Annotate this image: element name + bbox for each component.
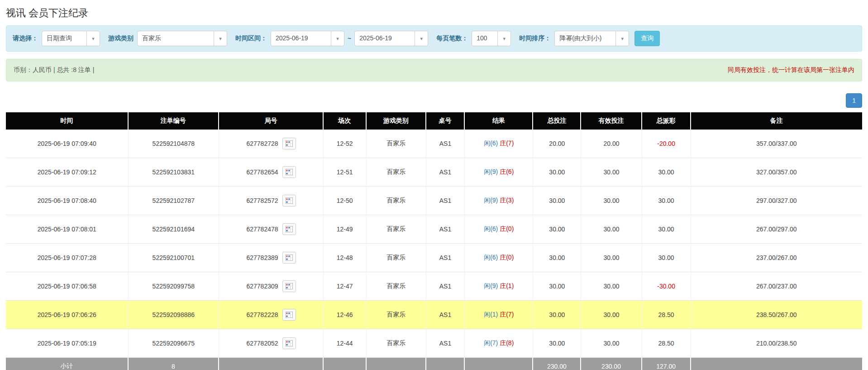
result-player: 闲(6) [484, 139, 498, 147]
cell-round-id: 627782052 [219, 329, 324, 358]
search-button[interactable]: 查询 [634, 31, 660, 46]
cell-total-bet[interactable]: 30.00 [533, 158, 581, 187]
cell-valid-bet: 30.00 [581, 158, 642, 187]
cell-time: 2025-06-19 07:08:01 [6, 215, 129, 244]
cell-result: 闲(6) 庄(0) [465, 244, 533, 272]
date-to-caret-button[interactable]: ▾ [415, 31, 428, 46]
page-size-select[interactable]: 100 ▾ [472, 31, 511, 46]
query-type-select[interactable]: 日期查询 ▾ [42, 31, 100, 46]
cell-game-type: 百家乐 [367, 187, 426, 215]
roadmap-button[interactable] [282, 138, 296, 149]
cell-session: 12-46 [324, 301, 367, 329]
cell-payout: 30.00 [642, 158, 691, 187]
game-type-caret-button[interactable]: ▾ [214, 31, 227, 46]
date-from-caret-button[interactable]: ▾ [331, 31, 344, 46]
cell-valid-bet: 30.00 [581, 215, 642, 244]
cell-total-bet[interactable]: 30.00 [533, 215, 581, 244]
header-game-type: 游戏类别 [367, 112, 426, 130]
round-id-wrap: 627782728 [246, 138, 296, 149]
game-type-select[interactable]: 百家乐 ▾ [137, 31, 227, 46]
roadmap-icon [286, 340, 293, 346]
cell-bet-id: 522592100701 [129, 244, 219, 272]
cell-remark: 267.00/297.00 [691, 215, 862, 244]
cell-round-id: 627782309 [219, 272, 324, 301]
cell-bet-id: 522592103831 [129, 158, 219, 187]
cell-time: 2025-06-19 07:05:19 [6, 329, 129, 358]
cell-total-bet[interactable]: 30.00 [533, 272, 581, 301]
roadmap-button[interactable] [282, 309, 296, 321]
header-table-no: 桌号 [426, 112, 465, 130]
cell-bet-id: 522592098886 [129, 301, 219, 329]
result-player: 闲(7) [484, 339, 498, 346]
header-valid-bet: 有效投注 [581, 112, 642, 130]
round-id-wrap: 627782052 [246, 337, 296, 349]
header-remark: 备注 [691, 112, 862, 130]
empty-cell [426, 358, 465, 370]
header-payout: 总派彩 [642, 112, 691, 130]
cell-round-id: 627782478 [219, 215, 324, 244]
result-banker: 庄(6) [500, 168, 514, 175]
range-separator: ~ [348, 35, 351, 42]
page-size-caret-button[interactable]: ▾ [497, 31, 511, 46]
cell-table-no: AS1 [426, 244, 465, 272]
date-from-select[interactable]: 2025-06-19 ▾ [271, 31, 344, 46]
cell-game-type: 百家乐 [367, 215, 426, 244]
cell-total-bet[interactable]: 30.00 [533, 301, 581, 329]
table-row: 2025-06-19 07:05:19 522592096675 6277820… [6, 329, 862, 358]
date-to-select[interactable]: 2025-06-19 ▾ [354, 31, 428, 46]
roadmap-icon [286, 197, 293, 204]
cell-total-bet[interactable]: 30.00 [533, 187, 581, 215]
sort-select[interactable]: 降幂(由大到小) ▾ [554, 31, 629, 46]
empty-cell [367, 358, 426, 370]
pagination: 1 [6, 93, 862, 108]
subtotal-label: 小计 [6, 358, 129, 370]
cell-table-no: AS1 [426, 329, 465, 358]
roadmap-button[interactable] [282, 337, 296, 349]
round-id: 627782728 [246, 140, 278, 147]
roadmap-button[interactable] [282, 280, 296, 292]
bet-records-table: 时间 注单编号 局号 场次 游戏类别 桌号 结果 总投注 有效投注 总派彩 备注… [6, 112, 862, 370]
roadmap-button[interactable] [282, 252, 296, 264]
cell-remark: 237.00/267.00 [691, 244, 862, 272]
subtotal-valid-bet: 230.00 [581, 358, 642, 370]
empty-cell [324, 358, 367, 370]
table-row: 2025-06-19 07:09:12 522592103831 6277826… [6, 158, 862, 187]
query-type-caret-button[interactable]: ▾ [86, 31, 100, 46]
subtotal-count: 8 [129, 358, 219, 370]
cell-total-bet[interactable]: 20.00 [533, 130, 581, 158]
table-row: 2025-06-19 07:08:40 522592102787 6277825… [6, 187, 862, 215]
cell-time: 2025-06-19 07:07:28 [6, 244, 129, 272]
cell-round-id: 627782572 [219, 187, 324, 215]
cell-session: 12-44 [324, 329, 367, 358]
page-size-label: 每页笔数： [436, 34, 468, 43]
roadmap-button[interactable] [282, 223, 296, 235]
page-button-1[interactable]: 1 [846, 93, 862, 108]
round-id: 627782228 [246, 311, 278, 318]
empty-cell [691, 358, 862, 370]
cell-time: 2025-06-19 07:06:58 [6, 272, 129, 301]
cell-bet-id: 522592101694 [129, 215, 219, 244]
result-player: 闲(9) [484, 168, 498, 175]
cell-table-no: AS1 [426, 215, 465, 244]
header-round-id: 局号 [219, 112, 324, 130]
result-player: 闲(9) [484, 282, 498, 289]
round-id-wrap: 627782228 [246, 309, 296, 321]
result-banker: 庄(7) [500, 311, 514, 318]
cell-bet-id: 522592096675 [129, 329, 219, 358]
round-id: 627782572 [246, 197, 278, 204]
cell-valid-bet: 30.00 [581, 272, 642, 301]
cell-total-bet[interactable]: 30.00 [533, 329, 581, 358]
cell-total-bet[interactable]: 30.00 [533, 244, 581, 272]
roadmap-button[interactable] [282, 166, 296, 178]
round-id-wrap: 627782309 [246, 280, 296, 292]
sort-caret-button[interactable]: ▾ [615, 31, 629, 46]
cell-bet-id: 522592104878 [129, 130, 219, 158]
round-id: 627782389 [246, 254, 278, 261]
cell-game-type: 百家乐 [367, 130, 426, 158]
roadmap-button[interactable] [282, 195, 296, 207]
date-to-value: 2025-06-19 [354, 31, 415, 46]
result-player: 闲(9) [484, 197, 498, 204]
summary-currency-count: 币别：人民币 | 总共 :8 注单 | [14, 66, 94, 74]
date-from-value: 2025-06-19 [271, 31, 331, 46]
cell-time: 2025-06-19 07:06:26 [6, 301, 129, 329]
